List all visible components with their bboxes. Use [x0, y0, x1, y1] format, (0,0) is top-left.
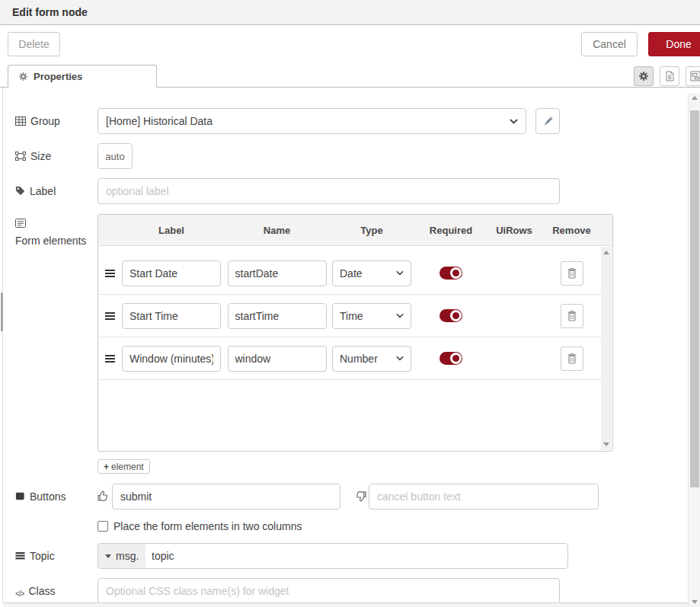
col-header-required: Required — [414, 225, 487, 236]
group-select[interactable]: [Home] Historical Data — [97, 108, 526, 134]
remove-element-button[interactable] — [561, 261, 583, 286]
bars-icon — [15, 548, 25, 561]
drag-handle[interactable] — [105, 312, 115, 320]
chevron-down-icon — [510, 119, 518, 124]
element-type-select[interactable]: Time — [332, 303, 411, 329]
form-elements-table: Label Name Type Required UiRows Remove D… — [97, 214, 613, 452]
thumbs-down-icon — [355, 490, 367, 503]
col-header-type: Type — [329, 225, 414, 236]
list-alt-icon — [15, 216, 26, 228]
drag-handle[interactable] — [105, 355, 115, 363]
add-element-button[interactable]: + element — [97, 459, 150, 474]
pencil-icon — [542, 116, 554, 127]
required-toggle[interactable] — [439, 267, 462, 280]
scrollbar-thumb[interactable] — [690, 110, 699, 487]
caret-down-icon — [105, 554, 111, 558]
scroll-down-icon[interactable] — [603, 442, 609, 446]
element-name-input[interactable] — [228, 260, 327, 286]
gear-icon — [638, 71, 649, 81]
edit-form-node-dialog: Edit form node Delete Cancel Done Proper… — [0, 0, 700, 607]
topic-type-selector[interactable]: msg. — [98, 544, 145, 568]
element-label-input[interactable] — [122, 260, 221, 286]
remove-element-button[interactable] — [561, 347, 583, 371]
description-view-button[interactable] — [660, 66, 679, 86]
element-type-select[interactable]: Number — [332, 346, 411, 372]
form-element-row: Number — [98, 337, 601, 380]
tabbar-actions — [0, 66, 700, 86]
square-icon — [15, 489, 25, 501]
element-name-input[interactable] — [228, 303, 327, 329]
scroll-up-icon[interactable] — [692, 96, 698, 100]
dialog-title: Edit form node — [12, 0, 88, 25]
label-field-label: Label — [15, 184, 91, 199]
table-icon — [15, 113, 26, 126]
label-input[interactable] — [97, 178, 560, 204]
element-type-select[interactable]: Date — [332, 260, 411, 286]
topic-typed-input[interactable]: msg. topic — [97, 543, 568, 569]
two-columns-label: Place the form elements in two columns — [113, 520, 302, 532]
tab-bar: Properties — [0, 65, 700, 88]
topic-value: topic — [145, 550, 174, 562]
form-elements-field-label: Form elements — [15, 216, 88, 248]
trash-icon — [567, 353, 577, 364]
class-input[interactable] — [97, 578, 560, 604]
done-button[interactable]: Done — [648, 32, 700, 56]
scroll-up-icon[interactable] — [603, 251, 609, 254]
chevron-down-icon — [396, 356, 404, 361]
group-select-value: [Home] Historical Data — [106, 115, 213, 127]
trash-icon — [567, 310, 577, 321]
code-icon: </> — [15, 586, 24, 602]
form-elements-table-header: Label Name Type Required UiRows Remove — [98, 215, 612, 246]
cancel-button-text-input[interactable] — [369, 484, 599, 510]
col-header-uirows: UiRows — [487, 225, 541, 236]
topic-type-label: msg. — [116, 550, 139, 562]
buttons-field-label: Buttons — [15, 489, 91, 504]
cancel-button[interactable]: Cancel — [581, 32, 638, 56]
chevron-down-icon — [396, 270, 404, 276]
topic-field-label: Topic — [15, 548, 91, 564]
document-icon — [664, 71, 675, 81]
object-handles-icon — [15, 149, 26, 161]
chevron-down-icon — [396, 313, 404, 318]
required-toggle[interactable] — [439, 352, 462, 365]
form-element-row: Time — [98, 295, 601, 337]
col-header-remove: Remove — [541, 225, 603, 236]
element-name-input[interactable] — [228, 346, 327, 372]
appearance-view-button[interactable] — [686, 66, 700, 86]
two-columns-checkbox[interactable] — [97, 521, 108, 532]
properties-view-button[interactable] — [634, 66, 654, 86]
class-field-label: </> Class — [15, 583, 91, 602]
tray-footer — [3, 602, 688, 607]
required-toggle[interactable] — [439, 309, 462, 322]
size-auto-button[interactable]: auto — [97, 143, 133, 169]
object-group-icon — [690, 71, 700, 81]
form-elements-body: Date Time — [98, 247, 601, 451]
table-scrollbar[interactable] — [601, 247, 612, 450]
tray-resize-grip[interactable] — [1, 292, 3, 331]
dialog-header: Edit form node — [0, 0, 700, 25]
tray-left-border — [2, 88, 3, 602]
edit-group-button[interactable] — [535, 108, 560, 134]
thumbs-up-icon — [97, 490, 109, 502]
form-element-row: Date — [98, 252, 601, 295]
main-scrollbar[interactable] — [688, 93, 700, 607]
plus-icon: + — [104, 462, 109, 472]
element-label-input[interactable] — [122, 346, 221, 372]
remove-element-button[interactable] — [561, 304, 583, 328]
col-header-label: Label — [118, 225, 225, 236]
size-field-label: Size — [15, 149, 91, 164]
drag-handle[interactable] — [105, 270, 115, 277]
submit-button-text-input[interactable] — [112, 484, 340, 510]
element-label-input[interactable] — [122, 303, 221, 329]
tag-icon — [15, 184, 25, 196]
group-field-label: Group — [15, 113, 91, 129]
trash-icon — [567, 267, 577, 279]
col-header-name: Name — [225, 225, 329, 236]
scroll-down-icon[interactable] — [692, 600, 698, 604]
delete-button[interactable]: Delete — [8, 32, 60, 56]
